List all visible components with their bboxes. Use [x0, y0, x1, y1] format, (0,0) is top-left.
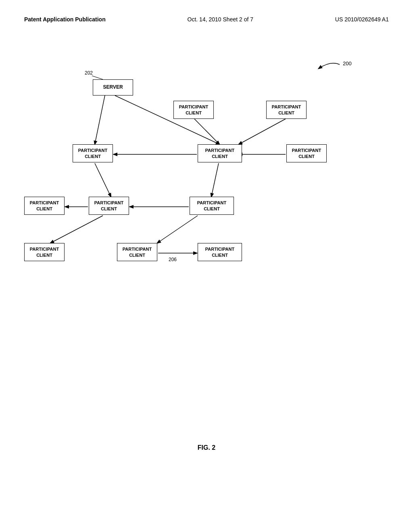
midleft-to-bottomleft	[50, 216, 103, 243]
pc-210-node: PARTICIPANTCLIENT	[286, 144, 327, 162]
pc208-to-midright	[211, 163, 219, 197]
header-right: US 2010/0262649 A1	[335, 16, 389, 23]
pc-208-node: PARTICIPANTCLIENT	[198, 144, 242, 162]
pc214-to-pc208	[194, 119, 219, 144]
ref-206-label: 206	[169, 257, 177, 262]
pc-212-node: PARTICIPANTCLIENT	[266, 101, 307, 119]
arrow-200	[319, 63, 340, 69]
pc204-to-midleft	[95, 163, 111, 197]
page: Patent Application Publication Oct. 14, …	[0, 0, 413, 532]
server-node: SERVER	[93, 79, 133, 96]
pc212-to-pc208	[239, 119, 286, 144]
header-left: Patent Application Publication	[24, 16, 106, 23]
midright-to-bottommid	[157, 216, 198, 243]
ref-200-label: 200	[343, 60, 352, 66]
pc-mid-left-node: PARTICIPANTCLIENT	[89, 197, 129, 215]
pc-bottom-left-node: PARTICIPANTCLIENT	[24, 243, 65, 261]
ref-202-line	[92, 76, 103, 79]
pc-214-node: PARTICIPANTCLIENT	[173, 101, 214, 119]
header-center: Oct. 14, 2010 Sheet 2 of 7	[188, 16, 253, 23]
pc-left1-node: PARTICIPANTCLIENT	[24, 197, 65, 215]
pc-mid-right-node: PARTICIPANTCLIENT	[190, 197, 234, 215]
figure-caption: FIG. 2	[198, 444, 215, 451]
ref-202-label: 202	[85, 70, 93, 76]
pc-bottom-mid-node: PARTICIPANTCLIENT	[117, 243, 157, 261]
pc-bottom-right-node: PARTICIPANTCLIENT	[198, 243, 242, 261]
diagram-area: 200 202	[24, 52, 387, 367]
server-to-pc204	[95, 96, 105, 144]
page-header: Patent Application Publication Oct. 14, …	[0, 0, 413, 23]
pc-204-node: PARTICIPANTCLIENT	[73, 144, 113, 162]
